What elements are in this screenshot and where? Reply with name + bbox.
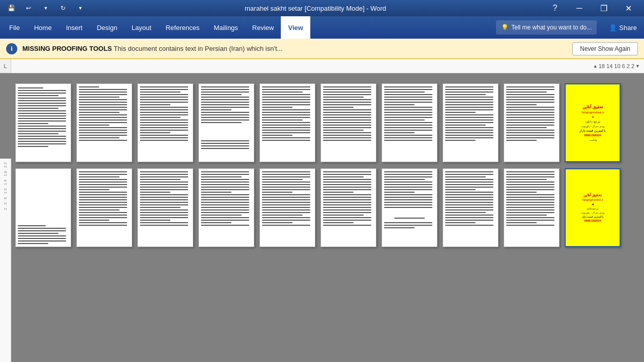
tab-references[interactable]: References	[159, 16, 207, 39]
restore-button[interactable]: ❐	[592, 0, 616, 16]
close-button[interactable]: ✕	[617, 0, 640, 16]
tab-review[interactable]: Review	[245, 16, 281, 39]
ad2-desc: مرجع دانلود	[587, 207, 599, 210]
info-icon: i	[6, 43, 17, 54]
never-show-again-button[interactable]: Never Show Again	[572, 42, 638, 55]
ad-arrow: ◄	[591, 115, 594, 118]
page-thumb-9[interactable]	[504, 83, 560, 162]
tab-insert[interactable]: Insert	[59, 16, 90, 39]
page-thumb-8[interactable]	[443, 83, 499, 162]
ad2-phone: 09981366624	[584, 219, 601, 222]
share-button[interactable]: 👤 Share	[602, 24, 644, 32]
ruler-numbers: ▲ 18 14 10 6 2 2 ▼	[593, 63, 640, 69]
pages-row-1: تحقیق آنلاین Tahghighonline.ir ◄ مرجع دا…	[15, 83, 629, 162]
vertical-ruler-numbers: 2 2 6 10 14 18 22	[2, 161, 10, 210]
pages-row-2: تحقیق آنلاین Tahghighonline.ir ◄ مرجع دا…	[15, 168, 629, 247]
page-thumb-5[interactable]	[259, 83, 315, 162]
page-thumb-18[interactable]	[443, 168, 499, 247]
ruler-up-arrow: ▲	[593, 64, 598, 69]
page-thumb-4[interactable]	[198, 83, 254, 162]
corner-symbol: L	[4, 63, 7, 69]
window-title: marahel sakht setar [Compatibility Mode]…	[87, 5, 543, 12]
page-thumb-2[interactable]	[76, 83, 132, 162]
redo-icon[interactable]: ↻	[56, 1, 70, 15]
ad2-arrow: ◄	[591, 202, 595, 206]
notification-text: MISSING PROOFING TOOLS This document con…	[22, 45, 567, 52]
ruler-down-arrow: ▼	[635, 64, 640, 69]
page-thumb-7[interactable]	[382, 83, 437, 162]
page-thumb-10-ad[interactable]: تحقیق آنلاین Tahghighonline.ir ◄ مرجع دا…	[565, 83, 621, 162]
page-thumb-12[interactable]	[76, 168, 132, 247]
share-icon: 👤	[609, 24, 617, 32]
more-icon[interactable]: ▼	[73, 1, 87, 15]
tab-home[interactable]: Home	[27, 16, 59, 39]
title-bar-left: 💾 ↩ ▼ ↻ ▼	[4, 1, 87, 15]
minimize-button[interactable]: ─	[568, 0, 591, 16]
notification-bar: i MISSING PROOFING TOOLS This document c…	[0, 39, 644, 59]
ruler-corner[interactable]: L	[0, 59, 11, 73]
notification-message: This document contains text in Persian (…	[113, 45, 282, 52]
page-thumb-3[interactable]	[137, 83, 193, 162]
horizontal-ruler: L ▲ 18 14 10 6 2 2 ▼	[0, 59, 644, 73]
page-thumb-15[interactable]	[259, 168, 315, 247]
title-bar: 💾 ↩ ▼ ↻ ▼ marahel sakht setar [Compatibi…	[0, 0, 644, 16]
ad2-site: Tahghighonline.ir	[582, 198, 603, 201]
ad2-service: وردی.دی ال - پاورپویت	[581, 211, 604, 214]
ad2-brand: تحقیق آنلاین	[583, 193, 602, 197]
document-content-area: تحقیق آنلاین Tahghighonline.ir ◄ مرجع دا…	[0, 73, 644, 362]
page-thumb-11[interactable]	[15, 168, 71, 247]
window-controls: ? ─ ❐ ✕	[543, 0, 640, 16]
page-thumb-17[interactable]	[382, 168, 437, 247]
tab-mailings[interactable]: Mailings	[207, 16, 245, 39]
tab-file[interactable]: File	[2, 16, 27, 39]
page-thumb-1[interactable]	[15, 83, 71, 162]
tab-view[interactable]: View	[281, 16, 310, 39]
ribbon-search[interactable]: 💡 Tell me what you want to do...	[496, 20, 597, 35]
ad-label: واناسب	[589, 138, 597, 141]
notification-title: MISSING PROOFING TOOLS	[22, 45, 112, 52]
page-thumb-6[interactable]	[320, 83, 376, 162]
share-label: Share	[619, 24, 637, 32]
page-thumb-14[interactable]	[198, 168, 254, 247]
vertical-ruler: 2 2 6 10 14 18 22	[0, 159, 11, 362]
ribbon: File Home Insert Design Layout Reference…	[0, 16, 644, 39]
tab-layout[interactable]: Layout	[125, 16, 159, 39]
ad-desc1: مرجع دانلود	[585, 120, 600, 123]
tab-design[interactable]: Design	[90, 16, 124, 39]
ad-site: Tahghighonline.ir	[581, 111, 604, 114]
page-thumb-19[interactable]	[504, 168, 560, 247]
search-placeholder-text: Tell me what you want to do...	[511, 24, 592, 31]
save-icon[interactable]: 💾	[4, 1, 18, 15]
pages-grid: تحقیق آنلاین Tahghighonline.ir ◄ مرجع دا…	[0, 73, 644, 362]
undo-icon[interactable]: ↩	[21, 1, 36, 15]
page-thumb-13[interactable]	[137, 168, 193, 247]
ad-phone: 09981366624	[584, 134, 601, 137]
ad-brand: تحقیق آنلاین	[582, 105, 602, 109]
page-thumb-20-ad[interactable]: تحقیق آنلاین Tahghighonline.ir ◄ مرجع دا…	[565, 168, 621, 247]
page-thumb-16[interactable]	[320, 168, 376, 247]
ruler-number-text: 18 14 10 6 2 2	[599, 63, 634, 69]
ad2-promo: با کمترین قیمت بازار	[582, 215, 603, 218]
help-icon[interactable]: ?	[543, 0, 567, 16]
ad-desc2: وردی.دی ال - پاورپویت	[581, 125, 604, 128]
undo-dropdown-icon[interactable]: ▼	[39, 1, 53, 15]
ad-promo: با کمترین قیمت بازار	[579, 129, 606, 132]
